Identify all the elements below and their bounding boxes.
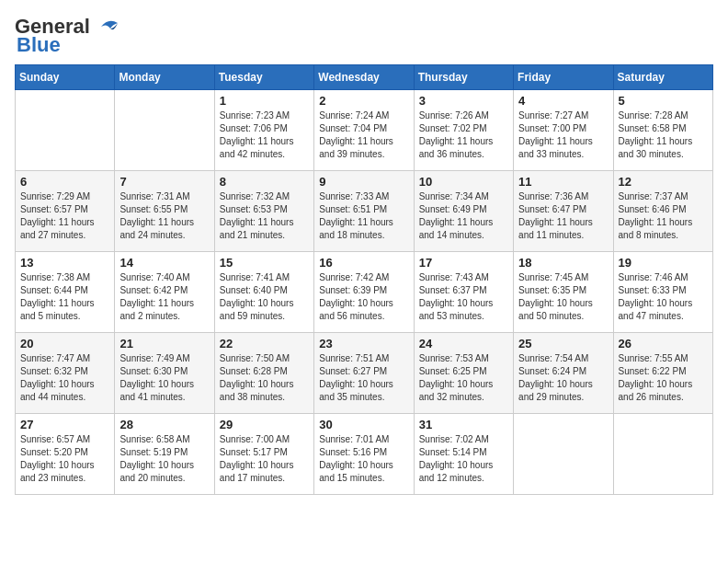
- weekday-header-friday: Friday: [514, 65, 613, 90]
- day-number: 13: [20, 256, 109, 270]
- day-number: 11: [518, 175, 608, 189]
- calendar-cell-w1d5: 11Sunrise: 7:36 AM Sunset: 6:47 PM Dayli…: [514, 171, 613, 252]
- day-info: Sunrise: 7:02 AM Sunset: 5:14 PM Dayligh…: [419, 433, 508, 485]
- day-number: 1: [220, 94, 309, 108]
- day-number: 26: [619, 337, 708, 350]
- day-info: Sunrise: 7:55 AM Sunset: 6:22 PM Dayligh…: [619, 352, 708, 404]
- day-info: Sunrise: 7:01 AM Sunset: 5:16 PM Dayligh…: [319, 433, 408, 485]
- day-number: 25: [518, 337, 608, 350]
- logo-bird-icon: [92, 16, 121, 38]
- day-info: Sunrise: 7:50 AM Sunset: 6:28 PM Dayligh…: [220, 352, 309, 404]
- calendar-cell-w3d3: 23Sunrise: 7:51 AM Sunset: 6:27 PM Dayli…: [314, 333, 414, 414]
- day-info: Sunrise: 7:00 AM Sunset: 5:17 PM Dayligh…: [220, 433, 309, 485]
- calendar-cell-w1d3: 9Sunrise: 7:33 AM Sunset: 6:51 PM Daylig…: [314, 171, 414, 252]
- weekday-header-thursday: Thursday: [414, 65, 513, 90]
- calendar-cell-w3d1: 21Sunrise: 7:49 AM Sunset: 6:30 PM Dayli…: [115, 333, 214, 414]
- day-number: 20: [20, 337, 109, 350]
- page-header: General Blue: [15, 15, 713, 57]
- day-number: 12: [619, 175, 708, 189]
- logo: General Blue: [15, 15, 121, 57]
- day-info: Sunrise: 7:23 AM Sunset: 7:06 PM Dayligh…: [220, 109, 309, 161]
- weekday-header-wednesday: Wednesday: [314, 65, 414, 90]
- day-info: Sunrise: 7:40 AM Sunset: 6:42 PM Dayligh…: [119, 271, 209, 323]
- day-info: Sunrise: 7:31 AM Sunset: 6:55 PM Dayligh…: [119, 190, 209, 242]
- calendar-cell-w4d6: [613, 414, 712, 495]
- day-number: 31: [419, 418, 508, 431]
- calendar-cell-w2d4: 17Sunrise: 7:43 AM Sunset: 6:37 PM Dayli…: [414, 252, 513, 333]
- calendar-cell-w4d3: 30Sunrise: 7:01 AM Sunset: 5:16 PM Dayli…: [314, 414, 414, 495]
- day-info: Sunrise: 7:29 AM Sunset: 6:57 PM Dayligh…: [20, 190, 109, 242]
- calendar-cell-w0d3: 2Sunrise: 7:24 AM Sunset: 7:04 PM Daylig…: [314, 90, 414, 171]
- calendar-cell-w3d6: 26Sunrise: 7:55 AM Sunset: 6:22 PM Dayli…: [613, 333, 712, 414]
- day-number: 16: [319, 256, 408, 270]
- calendar-cell-w1d6: 12Sunrise: 7:37 AM Sunset: 6:46 PM Dayli…: [613, 171, 712, 252]
- day-info: Sunrise: 7:27 AM Sunset: 7:00 PM Dayligh…: [518, 109, 608, 161]
- day-number: 23: [319, 337, 408, 350]
- calendar-cell-w2d3: 16Sunrise: 7:42 AM Sunset: 6:39 PM Dayli…: [314, 252, 414, 333]
- calendar-cell-w4d0: 27Sunrise: 6:57 AM Sunset: 5:20 PM Dayli…: [16, 414, 115, 495]
- day-info: Sunrise: 7:46 AM Sunset: 6:33 PM Dayligh…: [619, 271, 708, 323]
- day-number: 24: [419, 337, 508, 350]
- day-number: 30: [319, 418, 408, 431]
- day-info: Sunrise: 7:53 AM Sunset: 6:25 PM Dayligh…: [419, 352, 508, 404]
- day-number: 10: [419, 175, 508, 189]
- weekday-header-tuesday: Tuesday: [214, 65, 313, 90]
- weekday-header-monday: Monday: [115, 65, 214, 90]
- day-info: Sunrise: 7:43 AM Sunset: 6:37 PM Dayligh…: [419, 271, 508, 323]
- day-info: Sunrise: 7:36 AM Sunset: 6:47 PM Dayligh…: [518, 190, 608, 242]
- day-info: Sunrise: 7:45 AM Sunset: 6:35 PM Dayligh…: [518, 271, 608, 323]
- day-info: Sunrise: 7:51 AM Sunset: 6:27 PM Dayligh…: [319, 352, 408, 404]
- calendar-cell-w2d0: 13Sunrise: 7:38 AM Sunset: 6:44 PM Dayli…: [16, 252, 115, 333]
- calendar-cell-w0d0: [16, 90, 115, 171]
- day-number: 6: [20, 175, 109, 189]
- day-number: 29: [220, 418, 309, 431]
- day-number: 15: [220, 256, 309, 270]
- day-number: 18: [518, 256, 608, 270]
- calendar-cell-w2d6: 19Sunrise: 7:46 AM Sunset: 6:33 PM Dayli…: [613, 252, 712, 333]
- day-number: 17: [419, 256, 508, 270]
- day-info: Sunrise: 7:42 AM Sunset: 6:39 PM Dayligh…: [319, 271, 408, 323]
- day-number: 4: [518, 94, 608, 108]
- calendar-cell-w0d4: 3Sunrise: 7:26 AM Sunset: 7:02 PM Daylig…: [414, 90, 513, 171]
- day-number: 19: [619, 256, 708, 270]
- calendar-cell-w0d1: [115, 90, 214, 171]
- logo-blue: Blue: [17, 33, 61, 57]
- calendar-cell-w0d5: 4Sunrise: 7:27 AM Sunset: 7:00 PM Daylig…: [514, 90, 613, 171]
- day-info: Sunrise: 7:54 AM Sunset: 6:24 PM Dayligh…: [518, 352, 608, 404]
- calendar-cell-w2d1: 14Sunrise: 7:40 AM Sunset: 6:42 PM Dayli…: [115, 252, 214, 333]
- day-info: Sunrise: 6:57 AM Sunset: 5:20 PM Dayligh…: [20, 433, 109, 485]
- day-number: 22: [220, 337, 309, 350]
- day-info: Sunrise: 7:34 AM Sunset: 6:49 PM Dayligh…: [419, 190, 508, 242]
- day-number: 21: [119, 337, 209, 350]
- weekday-header-sunday: Sunday: [16, 65, 115, 90]
- calendar-table: SundayMondayTuesdayWednesdayThursdayFrid…: [15, 64, 713, 495]
- calendar-cell-w0d6: 5Sunrise: 7:28 AM Sunset: 6:58 PM Daylig…: [613, 90, 712, 171]
- weekday-header-saturday: Saturday: [613, 65, 712, 90]
- calendar-cell-w3d5: 25Sunrise: 7:54 AM Sunset: 6:24 PM Dayli…: [514, 333, 613, 414]
- calendar-cell-w1d0: 6Sunrise: 7:29 AM Sunset: 6:57 PM Daylig…: [16, 171, 115, 252]
- day-number: 28: [119, 418, 209, 431]
- day-info: Sunrise: 7:26 AM Sunset: 7:02 PM Dayligh…: [419, 109, 508, 161]
- day-number: 5: [619, 94, 708, 108]
- day-number: 14: [119, 256, 209, 270]
- day-number: 2: [319, 94, 408, 108]
- calendar-cell-w2d2: 15Sunrise: 7:41 AM Sunset: 6:40 PM Dayli…: [214, 252, 313, 333]
- calendar-cell-w1d1: 7Sunrise: 7:31 AM Sunset: 6:55 PM Daylig…: [115, 171, 214, 252]
- day-info: Sunrise: 7:38 AM Sunset: 6:44 PM Dayligh…: [20, 271, 109, 323]
- day-number: 3: [419, 94, 508, 108]
- calendar-cell-w4d1: 28Sunrise: 6:58 AM Sunset: 5:19 PM Dayli…: [115, 414, 214, 495]
- calendar-cell-w3d2: 22Sunrise: 7:50 AM Sunset: 6:28 PM Dayli…: [214, 333, 313, 414]
- day-number: 8: [220, 175, 309, 189]
- day-info: Sunrise: 7:41 AM Sunset: 6:40 PM Dayligh…: [220, 271, 309, 323]
- calendar-cell-w4d5: [514, 414, 613, 495]
- day-info: Sunrise: 7:24 AM Sunset: 7:04 PM Dayligh…: [319, 109, 408, 161]
- calendar-cell-w3d0: 20Sunrise: 7:47 AM Sunset: 6:32 PM Dayli…: [16, 333, 115, 414]
- calendar-cell-w1d2: 8Sunrise: 7:32 AM Sunset: 6:53 PM Daylig…: [214, 171, 313, 252]
- calendar-cell-w3d4: 24Sunrise: 7:53 AM Sunset: 6:25 PM Dayli…: [414, 333, 513, 414]
- day-number: 9: [319, 175, 408, 189]
- calendar-cell-w0d2: 1Sunrise: 7:23 AM Sunset: 7:06 PM Daylig…: [214, 90, 313, 171]
- day-info: Sunrise: 7:32 AM Sunset: 6:53 PM Dayligh…: [220, 190, 309, 242]
- day-number: 7: [119, 175, 209, 189]
- day-info: Sunrise: 7:33 AM Sunset: 6:51 PM Dayligh…: [319, 190, 408, 242]
- day-number: 27: [20, 418, 109, 431]
